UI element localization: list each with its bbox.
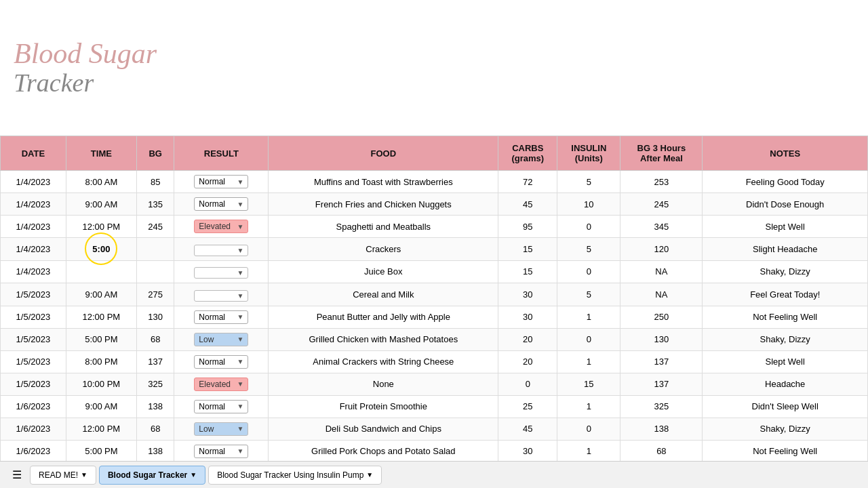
cell-food: Muffins and Toast with Strawberries <box>269 171 498 193</box>
cell-result[interactable]: ▼ <box>174 283 269 306</box>
cell-result[interactable]: Normal▼ <box>174 440 269 461</box>
result-badge[interactable]: Normal▼ <box>194 175 248 188</box>
cell-insulin: 1 <box>557 350 620 373</box>
cell-result[interactable]: ▼ <box>174 238 269 261</box>
cell-insulin: 5 <box>557 171 620 193</box>
result-badge[interactable]: Normal▼ <box>194 445 248 458</box>
cell-food: Spaghetti and Meatballs <box>269 216 498 238</box>
cell-insulin: 1 <box>557 395 620 418</box>
cell-result[interactable]: ▼ <box>174 260 269 283</box>
result-dropdown-arrow[interactable]: ▼ <box>237 292 243 300</box>
logo-line2: Tracker <box>14 69 157 98</box>
cell-notes: Shaky, Dizzy <box>703 260 868 283</box>
cell-time: 5:00 <box>66 238 136 261</box>
result-label: Low <box>199 335 214 344</box>
result-badge-empty[interactable]: ▼ <box>194 267 248 279</box>
table-row: 1/5/20238:00 PM137Normal▼Animal Crackers… <box>1 350 868 373</box>
cell-insulin: 10 <box>557 193 620 216</box>
result-badge[interactable]: Low▼ <box>194 333 248 346</box>
cell-insulin: 5 <box>557 283 620 306</box>
result-dropdown-arrow[interactable]: ▼ <box>237 247 243 254</box>
cell-bg3: 345 <box>620 216 703 238</box>
table-header-row: DATE TIME BG RESULT FOOD CARBS(grams) IN… <box>1 136 868 171</box>
cell-date: 1/5/2023 <box>1 283 66 306</box>
result-label: Normal <box>199 402 225 411</box>
cell-result[interactable]: Normal▼ <box>174 171 269 193</box>
tab-readme-caret: ▼ <box>81 471 87 479</box>
cell-insulin: 0 <box>557 260 620 283</box>
result-badge-empty[interactable]: ▼ <box>194 245 248 256</box>
table-row: 1/5/20239:00 AM275▼Cereal and Milk305NAF… <box>1 283 868 306</box>
cell-bg: 68 <box>136 328 174 350</box>
cell-carbs: 20 <box>498 328 557 350</box>
result-badge[interactable]: Normal▼ <box>194 400 248 413</box>
result-label: Normal <box>199 199 225 209</box>
cell-bg3: 138 <box>620 418 703 440</box>
result-dropdown-arrow[interactable]: ▼ <box>237 425 243 432</box>
col-carbs: CARBS(grams) <box>498 136 557 171</box>
cell-carbs: 30 <box>498 306 557 328</box>
cell-food: Juice Box <box>269 260 498 283</box>
hamburger-icon[interactable]: ☰ <box>7 466 27 484</box>
cell-notes: Didn't Dose Enough <box>703 193 868 216</box>
result-badge[interactable]: Elevated▼ <box>194 378 248 391</box>
cell-food: Animal Crackers with String Cheese <box>269 350 498 373</box>
app-logo: Blood Sugar Tracker <box>14 38 157 98</box>
result-badge-empty[interactable]: ▼ <box>194 290 248 302</box>
cell-result[interactable]: Elevated▼ <box>174 373 269 395</box>
cell-result[interactable]: Normal▼ <box>174 395 269 418</box>
tab-blood-sugar-caret: ▼ <box>190 471 197 479</box>
cell-result[interactable]: Normal▼ <box>174 193 269 216</box>
cell-food: French Fries and Chicken Nuggets <box>269 193 498 216</box>
cell-bg3: 325 <box>620 395 703 418</box>
cell-date: 1/6/2023 <box>1 418 66 440</box>
cell-result[interactable]: Low▼ <box>174 418 269 440</box>
table-row: 1/4/202312:00 PM245Elevated▼Spaghetti an… <box>1 216 868 238</box>
result-dropdown-arrow[interactable]: ▼ <box>237 313 243 321</box>
result-badge[interactable]: Normal▼ <box>194 355 248 369</box>
tab-insulin-pump[interactable]: Blood Sugar Tracker Using Insulin Pump ▼ <box>208 466 382 485</box>
cell-insulin: 1 <box>557 440 620 461</box>
col-notes: NOTES <box>703 136 868 171</box>
cell-result[interactable]: Normal▼ <box>174 306 269 328</box>
result-dropdown-arrow[interactable]: ▼ <box>237 403 243 410</box>
cell-time: 9:00 AM <box>66 193 136 216</box>
cell-date: 1/5/2023 <box>1 306 66 328</box>
cell-result[interactable]: Low▼ <box>174 328 269 350</box>
table-row: 1/4/20239:00 AM135Normal▼French Fries an… <box>1 193 868 216</box>
cell-bg: 85 <box>136 171 174 193</box>
col-food: FOOD <box>269 136 498 171</box>
cell-carbs: 0 <box>498 373 557 395</box>
table-row: 1/4/20238:00 AM85Normal▼Muffins and Toas… <box>1 171 868 193</box>
cell-notes: Not Feeling Well <box>703 440 868 461</box>
result-dropdown-arrow[interactable]: ▼ <box>237 447 243 455</box>
result-dropdown-arrow[interactable]: ▼ <box>237 269 243 277</box>
result-dropdown-arrow[interactable]: ▼ <box>237 358 243 365</box>
result-dropdown-arrow[interactable]: ▼ <box>237 336 243 343</box>
table-row: 1/5/20235:00 PM68Low▼Grilled Chicken wit… <box>1 328 868 350</box>
tab-readme[interactable]: READ ME! ▼ <box>30 466 96 485</box>
cell-carbs: 15 <box>498 238 557 261</box>
cell-insulin: 1 <box>557 306 620 328</box>
cell-result[interactable]: Normal▼ <box>174 350 269 373</box>
cell-notes: Didn't Sleep Well <box>703 395 868 418</box>
result-dropdown-arrow[interactable]: ▼ <box>237 380 243 388</box>
cell-notes: Not Feeling Well <box>703 306 868 328</box>
cell-insulin: 15 <box>557 373 620 395</box>
tab-blood-sugar-tracker[interactable]: Blood Sugar Tracker ▼ <box>99 466 205 485</box>
result-badge[interactable]: Elevated▼ <box>194 220 248 233</box>
cell-time: 9:00 AM <box>66 283 136 306</box>
result-badge[interactable]: Normal▼ <box>194 310 248 324</box>
cell-time: 12:00 PM <box>66 306 136 328</box>
cell-bg3: 68 <box>620 440 703 461</box>
result-dropdown-arrow[interactable]: ▼ <box>237 178 243 186</box>
result-badge[interactable]: Normal▼ <box>194 197 248 211</box>
cell-result[interactable]: Elevated▼ <box>174 216 269 238</box>
cell-food: Cereal and Milk <box>269 283 498 306</box>
result-dropdown-arrow[interactable]: ▼ <box>237 223 243 230</box>
table-row: 1/5/202310:00 PM325Elevated▼None015137He… <box>1 373 868 395</box>
result-dropdown-arrow[interactable]: ▼ <box>237 201 243 208</box>
table-row: 1/5/202312:00 PM130Normal▼Peanut Butter … <box>1 306 868 328</box>
result-badge[interactable]: Low▼ <box>194 422 248 436</box>
cell-date: 1/5/2023 <box>1 373 66 395</box>
